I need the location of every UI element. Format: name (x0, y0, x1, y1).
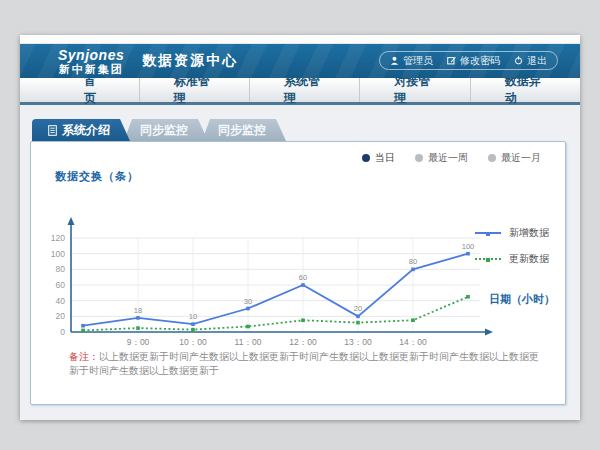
tab-sync-monitor-2[interactable]: 同步监控 (202, 119, 286, 141)
filter-label: 最近一月 (501, 151, 541, 165)
x-axis-title: 日期（小时） (489, 292, 555, 307)
company-logo: Synjones 新中新集团 (58, 48, 124, 75)
edit-icon (447, 56, 456, 65)
tab-label: 同步监控 (218, 122, 266, 139)
svg-text:100: 100 (51, 249, 65, 259)
nav-item-interface-mgmt[interactable]: 对接管理 (359, 78, 469, 102)
svg-text:120: 120 (51, 233, 65, 243)
filter-label: 当日 (375, 151, 395, 165)
radio-icon (415, 154, 423, 162)
user-name: 管理员 (403, 54, 433, 68)
app-window: Synjones 新中新集团 数据资源中心 管理员 修改密码 退出 首页 标准管… (20, 35, 580, 420)
current-user[interactable]: 管理员 (390, 54, 433, 68)
nav-item-standard-mgmt[interactable]: 标准管理 (139, 78, 249, 102)
radio-icon (488, 154, 496, 162)
nav-item-system-mgmt[interactable]: 系统管理 (249, 78, 359, 102)
content-area: 系统介绍 同步监控 同步监控 当日 最近一周 (20, 105, 580, 405)
svg-text:30: 30 (244, 297, 252, 306)
filter-today[interactable]: 当日 (362, 151, 395, 165)
svg-text:13：00: 13：00 (344, 337, 372, 347)
main-nav: 首页 标准管理 系统管理 对接管理 数据异动 (20, 78, 580, 105)
svg-text:9：00: 9：00 (127, 337, 150, 347)
change-password-button[interactable]: 修改密码 (447, 54, 500, 68)
legend-item-update-data: 更新数据 (475, 252, 549, 266)
series-legend: 新增数据 更新数据 (475, 226, 549, 266)
time-range-filters: 当日 最近一周 最近一月 (362, 151, 541, 165)
green-line-swatch (475, 258, 501, 260)
tab-system-intro[interactable]: 系统介绍 (32, 119, 130, 141)
line-chart: 0204060801001209：0010：0011：0012：0013：001… (39, 180, 509, 362)
legend-item-new-data: 新增数据 (475, 226, 549, 240)
svg-text:20: 20 (56, 311, 66, 321)
user-icon (390, 56, 399, 65)
footnote-prefix: 备注： (69, 351, 99, 362)
window-top-strip (20, 35, 580, 44)
filter-last-week[interactable]: 最近一周 (415, 151, 468, 165)
chart-panel: 当日 最近一周 最近一月 数据交换（条） 0204060801001209：00… (30, 141, 566, 405)
header-bar: Synjones 新中新集团 数据资源中心 管理员 修改密码 退出 (20, 44, 580, 78)
svg-text:60: 60 (299, 273, 307, 282)
footnote-text: 以上数据更新于时间产生数据以上数据更新于时间产生数据以上数据更新于时间产生数据以… (69, 351, 539, 376)
page-title: 数据资源中心 (142, 52, 238, 70)
tab-sync-monitor-1[interactable]: 同步监控 (124, 119, 208, 141)
tab-bar: 系统介绍 同步监控 同步监控 (32, 119, 580, 141)
svg-text:80: 80 (56, 264, 66, 274)
tab-label: 系统介绍 (62, 122, 110, 139)
svg-text:20: 20 (354, 304, 362, 313)
svg-text:10: 10 (189, 312, 197, 321)
logout-label: 退出 (527, 54, 547, 68)
svg-text:60: 60 (56, 280, 66, 290)
svg-text:14：00: 14：00 (399, 337, 427, 347)
svg-text:100: 100 (462, 242, 475, 251)
logo-text-cn: 新中新集团 (58, 64, 124, 75)
svg-text:12：00: 12：00 (289, 337, 317, 347)
tab-label: 同步监控 (140, 122, 188, 139)
svg-text:0: 0 (60, 327, 65, 337)
svg-text:10：00: 10：00 (179, 337, 207, 347)
filter-label: 最近一周 (428, 151, 468, 165)
filter-last-month[interactable]: 最近一月 (488, 151, 541, 165)
radio-selected-icon (362, 154, 370, 162)
logout-button[interactable]: 退出 (514, 54, 547, 68)
change-password-label: 修改密码 (460, 54, 500, 68)
legend-label: 新增数据 (509, 226, 549, 240)
nav-item-home[interactable]: 首页 (50, 78, 139, 102)
logo-text-en: Synjones (58, 48, 124, 62)
svg-text:18: 18 (134, 306, 142, 315)
svg-text:40: 40 (56, 296, 66, 306)
svg-text:80: 80 (409, 257, 417, 266)
user-toolbar: 管理员 修改密码 退出 (379, 51, 558, 70)
nav-item-data-change[interactable]: 数据异动 (470, 78, 580, 102)
footnote: 备注：以上数据更新于时间产生数据以上数据更新于时间产生数据以上数据更新于时间产生… (69, 350, 539, 378)
document-icon (48, 125, 57, 136)
svg-text:11：00: 11：00 (235, 337, 262, 347)
chart-canvas: 0204060801001209：0010：0011：0012：0013：001… (39, 180, 509, 358)
legend-label: 更新数据 (509, 252, 549, 266)
power-icon (514, 56, 523, 65)
blue-line-swatch (475, 232, 501, 234)
